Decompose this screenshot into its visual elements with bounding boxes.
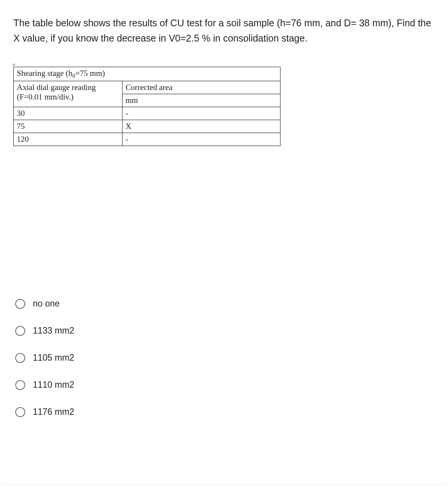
col2-header-line2: mm [122,94,280,107]
option-label: 1176 mm2 [33,407,74,417]
option-1133[interactable]: 1133 mm2 [15,326,435,336]
table-title-suffix: =75 mm) [75,69,105,78]
table-title-cell: Shearing stage (h0=75 mm) [14,67,280,81]
corrected-cell: - [122,133,280,146]
reading-cell: 75 [14,120,122,133]
corrected-cell: X [122,120,280,133]
reading-cell: 30 [14,107,122,120]
option-label: 1110 mm2 [33,380,74,390]
radio-icon [15,380,25,390]
option-label: no one [33,299,60,309]
table-row: 75 X [14,120,280,133]
option-label: 1105 mm2 [33,353,74,363]
option-1176[interactable]: 1176 mm2 [15,407,435,417]
table-anchor-icon: ⊕ [13,62,15,67]
corrected-cell: - [122,107,280,120]
radio-icon [15,326,25,336]
radio-icon [15,407,25,417]
divider [4,485,444,485]
question-text: The table below shows the results of CU … [13,15,435,46]
col1-header: Axial dial gauge reading (F=0.01 mm/div.… [14,81,122,107]
reading-cell: 120 [14,133,122,146]
options-group: no one 1133 mm2 1105 mm2 1110 mm2 1176 m… [15,299,435,417]
option-1105[interactable]: 1105 mm2 [15,353,435,363]
table-title-prefix: Shearing stage (h [17,69,73,78]
col2-header-line1: Corrected area [122,81,280,94]
col1-header-line1: Axial dial gauge reading [17,83,96,92]
option-no-one[interactable]: no one [15,299,435,309]
col1-header-line2: (F=0.01 mm/div.) [17,92,74,101]
radio-icon [15,353,25,363]
option-1110[interactable]: 1110 mm2 [15,380,435,390]
table-container: ⊕ Shearing stage (h0=75 mm) Axial dial g… [13,67,435,146]
data-table: Shearing stage (h0=75 mm) Axial dial gau… [13,67,280,146]
table-row: 30 - [14,107,280,120]
option-label: 1133 mm2 [33,326,74,336]
radio-icon [15,299,25,309]
table-row: 120 - [14,133,280,146]
